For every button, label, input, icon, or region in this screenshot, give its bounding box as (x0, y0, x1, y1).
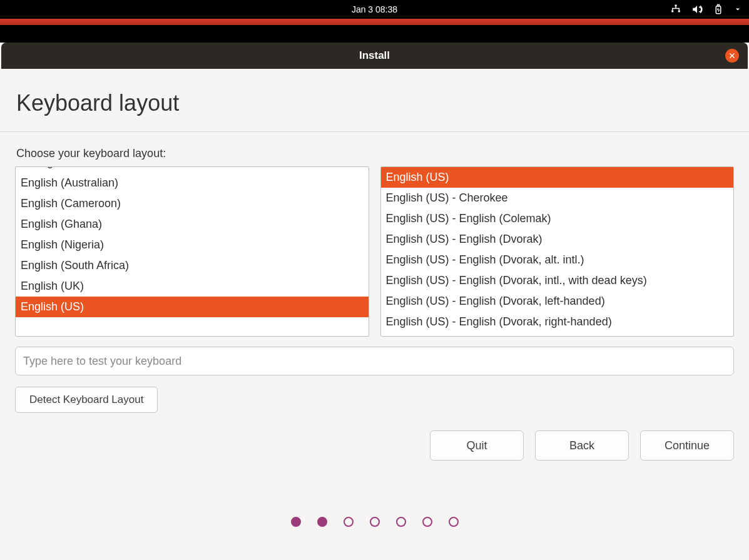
list-item[interactable]: English (US) - English (Dvorak, alt. int… (381, 250, 734, 270)
svg-rect-0 (675, 5, 677, 7)
list-item[interactable]: English (US) - Cherokee (381, 188, 734, 208)
progress-dots (0, 517, 749, 527)
decorative-black-strip (0, 25, 749, 43)
installer-content: Keyboard layout Choose your keyboard lay… (0, 69, 749, 527)
list-item[interactable]: English (US) - English (Colemak) (381, 208, 734, 229)
layout-language-list[interactable]: DzongkhaEnglish (Australian)English (Cam… (15, 166, 369, 337)
list-item[interactable]: English (US) (381, 167, 734, 188)
svg-rect-4 (718, 5, 720, 6)
quit-button[interactable]: Quit (430, 430, 524, 461)
page-title: Keyboard layout (0, 69, 749, 131)
status-tray[interactable] (670, 0, 741, 19)
progress-dot (396, 517, 406, 527)
list-item[interactable]: Esperanto (16, 317, 369, 321)
volume-icon[interactable] (691, 4, 703, 15)
decorative-orange-strip (0, 19, 749, 25)
window-titlebar: Install (1, 43, 748, 69)
list-item[interactable]: English (UK) (16, 276, 369, 297)
list-item[interactable]: English (South Africa) (16, 255, 369, 276)
close-icon (728, 52, 736, 59)
network-icon[interactable] (670, 4, 681, 15)
list-item[interactable]: English (US) - English (Dvorak, left-han… (381, 291, 734, 312)
progress-dot (449, 517, 459, 527)
gnome-topbar: Jan 3 08:38 (0, 0, 749, 19)
list-item[interactable]: English (Ghana) (16, 214, 369, 235)
svg-rect-2 (678, 11, 680, 13)
list-item[interactable]: English (Cameroon) (16, 193, 369, 214)
list-item[interactable]: English (Australian) (16, 173, 369, 193)
list-item[interactable]: English (US) (16, 297, 369, 317)
list-item[interactable]: English (US) - English (Dvorak, intl., w… (381, 270, 734, 291)
list-item[interactable]: English (US) - English (Dvorak) (381, 229, 734, 250)
wizard-nav-buttons: Quit Back Continue (0, 413, 749, 461)
chevron-down-icon[interactable] (734, 6, 741, 13)
progress-dot (317, 517, 327, 527)
list-item[interactable]: English (Nigeria) (16, 235, 369, 255)
close-button[interactable] (725, 49, 739, 63)
progress-dot (370, 517, 380, 527)
layout-variant-list[interactable]: English (US)English (US) - CherokeeEngli… (380, 166, 735, 337)
continue-button[interactable]: Continue (640, 430, 734, 461)
keyboard-test-input[interactable] (15, 347, 734, 375)
progress-dot (291, 517, 301, 527)
prompt-text: Choose your keyboard layout: (0, 132, 749, 166)
clock-text: Jan 3 08:38 (352, 4, 397, 14)
progress-dot (344, 517, 354, 527)
window-title: Install (359, 49, 390, 62)
list-item[interactable]: English (US) - English (Dvorak, right-ha… (381, 312, 734, 332)
keyboard-lists-row: DzongkhaEnglish (Australian)English (Cam… (0, 166, 749, 337)
progress-dot (422, 517, 432, 527)
back-button[interactable]: Back (535, 430, 629, 461)
svg-rect-1 (671, 11, 673, 13)
detect-keyboard-button[interactable]: Detect Keyboard Layout (15, 387, 158, 413)
list-item[interactable]: Dzongkha (16, 166, 369, 173)
battery-icon[interactable] (713, 4, 724, 15)
